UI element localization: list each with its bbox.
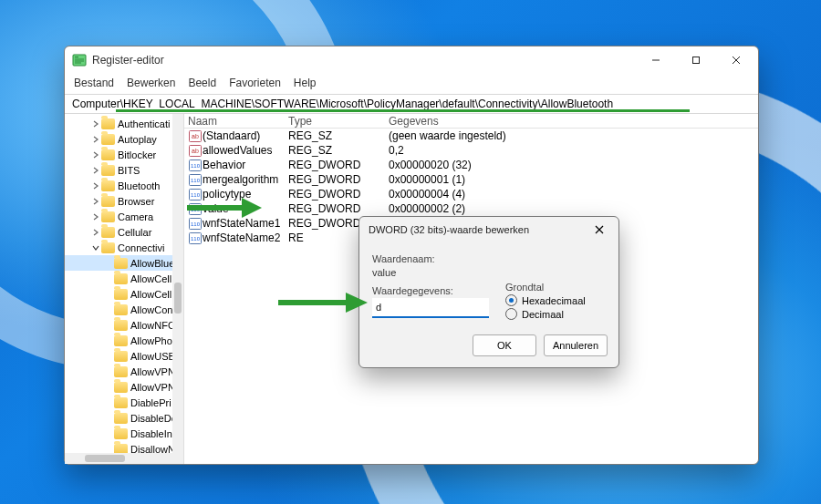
maximize-button[interactable] — [676, 46, 716, 74]
tree-label: BITS — [118, 165, 140, 176]
tree-item[interactable]: BITS — [65, 162, 183, 178]
label-radix: Grondtal — [505, 282, 586, 293]
folder-icon — [114, 320, 128, 331]
tree-item[interactable]: AllowCell — [65, 271, 183, 286]
tree-label: AllowUSB — [130, 351, 175, 362]
radio-hex[interactable]: Hexadecimaal — [505, 294, 586, 306]
list-row[interactable]: 110valueREG_DWORD0x00000002 (2) — [184, 201, 758, 216]
chevron-right-icon — [90, 167, 101, 174]
menu-file[interactable]: Bestand — [74, 77, 114, 89]
list-row[interactable]: ab(Standaard)REG_SZ(geen waarde ingestel… — [184, 129, 758, 143]
value-data-input[interactable] — [372, 298, 489, 318]
cancel-button[interactable]: Annuleren — [544, 334, 608, 356]
tree-label: AllowBlue — [130, 258, 174, 269]
dialog-close-button[interactable] — [584, 219, 615, 241]
dialog-titlebar[interactable]: DWORD (32 bits)-waarde bewerken — [359, 217, 618, 242]
folder-icon — [114, 382, 128, 393]
value-name: wnfStateName2 — [203, 231, 288, 244]
tree-item[interactable]: Cellular — [65, 224, 183, 240]
reg-sz-icon: ab — [188, 129, 203, 142]
svg-text:ab: ab — [192, 133, 199, 139]
tree-item[interactable]: Connectivi — [65, 240, 183, 255]
value-name: (Standaard) — [203, 129, 288, 142]
folder-icon — [114, 289, 128, 300]
close-button[interactable] — [716, 46, 756, 74]
col-type[interactable]: Type — [288, 115, 389, 128]
tree-item[interactable]: Bluetooth — [65, 178, 183, 193]
tree-label: Autoplay — [118, 134, 157, 145]
tree-item[interactable]: AllowVPN — [65, 379, 183, 395]
chevron-right-icon — [90, 151, 101, 159]
value-type: REG_DWORD — [288, 173, 389, 186]
tree-item[interactable]: AllowVPN — [65, 364, 183, 379]
reg-dword-icon: 110 — [188, 159, 203, 171]
value-name: allowedValues — [203, 144, 288, 157]
ok-button[interactable]: OK — [473, 334, 536, 356]
tree-item[interactable]: Bitlocker — [65, 147, 183, 162]
tree-item[interactable]: AllowBlue — [65, 255, 183, 271]
tree-item[interactable]: AllowCell — [65, 286, 183, 302]
value-data: 0x00000002 (2) — [389, 202, 758, 215]
value-data: (geen waarde ingesteld) — [389, 129, 758, 142]
tree-item[interactable]: AllowUSB — [65, 348, 183, 364]
tree-item[interactable]: Authenticati — [65, 116, 183, 131]
svg-text:ab: ab — [192, 148, 199, 154]
tree-vertical-scrollbar[interactable] — [172, 114, 183, 464]
dialog-title: DWORD (32 bits)-waarde bewerken — [369, 224, 584, 235]
chevron-right-icon — [90, 120, 101, 128]
svg-text:110: 110 — [191, 221, 201, 227]
menu-edit[interactable]: Bewerken — [127, 77, 175, 89]
minimize-button[interactable] — [636, 46, 676, 74]
value-data: 0x00000020 (32) — [389, 159, 758, 171]
chevron-right-icon — [90, 213, 101, 221]
menu-help[interactable]: Help — [294, 77, 317, 89]
tree-label: AllowPho — [130, 335, 172, 346]
svg-text:110: 110 — [191, 178, 201, 183]
tree-horizontal-scrollbar[interactable] — [65, 453, 172, 464]
folder-icon — [101, 211, 115, 222]
radio-dec[interactable]: Decimaal — [505, 308, 586, 320]
menu-view[interactable]: Beeld — [188, 77, 216, 89]
tree-label: AllowCell — [130, 289, 171, 300]
value-type: REG_SZ — [288, 144, 389, 157]
list-row[interactable]: 110mergealgorithmREG_DWORD0x00000001 (1) — [184, 172, 758, 187]
tree-item[interactable]: DisableDo — [65, 410, 183, 426]
reg-dword-icon: 110 — [188, 202, 203, 215]
list-row[interactable]: 110BehaviorREG_DWORD0x00000020 (32) — [184, 158, 758, 172]
tree-label: AllowCell — [130, 273, 171, 284]
column-headers[interactable]: Naam Type Gegevens — [184, 114, 758, 129]
tree-label: Connectivi — [118, 242, 164, 253]
folder-icon — [114, 366, 128, 377]
menu-fav[interactable]: Favorieten — [229, 77, 281, 89]
tree-pane[interactable]: AuthenticatiAutoplayBitlockerBITSBluetoo… — [65, 114, 184, 464]
tree-item[interactable]: AllowCon — [65, 302, 183, 317]
svg-rect-7 — [693, 57, 700, 64]
col-name[interactable]: Naam — [188, 115, 288, 128]
scrollbar-thumb[interactable] — [174, 283, 182, 314]
tree-label: Cellular — [118, 227, 151, 238]
scrollbar-thumb[interactable] — [85, 455, 125, 462]
tree-item[interactable]: DisableIn — [65, 426, 183, 441]
list-row[interactable]: aballowedValuesREG_SZ0,2 — [184, 143, 758, 158]
tree-label: AllowNFC — [130, 320, 175, 331]
titlebar[interactable]: Register-editor — [65, 46, 758, 74]
address-bar[interactable]: Computer\HKEY_LOCAL_MACHINE\SOFTWARE\Mic… — [65, 94, 758, 114]
value-name: wnfStateName1 — [203, 217, 288, 230]
col-data[interactable]: Gegevens — [389, 115, 758, 128]
svg-text:110: 110 — [191, 207, 201, 212]
tree-item[interactable]: Browser — [65, 193, 183, 209]
folder-icon — [101, 118, 115, 129]
tree-label: AllowVPN — [130, 366, 175, 377]
tree-item[interactable]: Camera — [65, 209, 183, 224]
folder-icon — [114, 273, 128, 284]
tree-item[interactable]: AllowPho — [65, 333, 183, 348]
svg-rect-2 — [75, 57, 78, 57]
tree-item[interactable]: Autoplay — [65, 131, 183, 147]
list-row[interactable]: 110policytypeREG_DWORD0x00000004 (4) — [184, 187, 758, 201]
tree-item[interactable]: DiablePri — [65, 395, 183, 410]
tree-item[interactable]: AllowNFC — [65, 317, 183, 333]
tree-label: DisableDo — [130, 413, 177, 424]
svg-rect-0 — [73, 55, 86, 66]
folder-icon — [114, 428, 128, 439]
window-title: Register-editor — [92, 54, 164, 67]
